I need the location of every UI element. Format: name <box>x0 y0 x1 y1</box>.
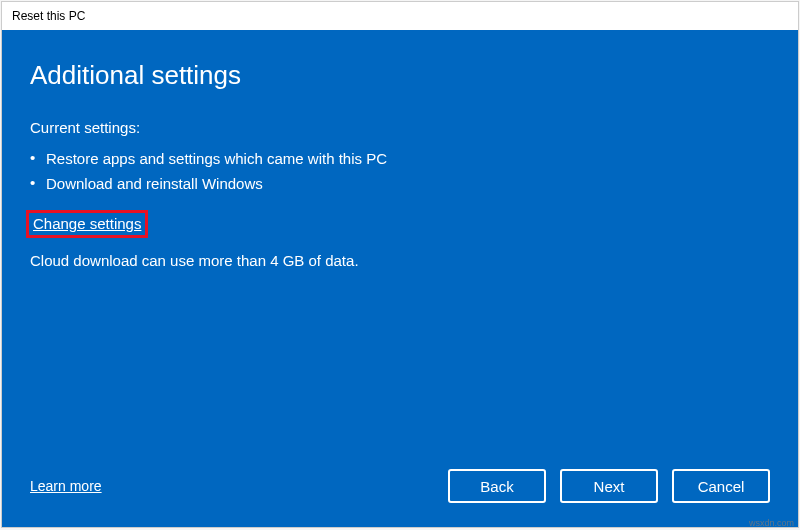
change-settings-link[interactable]: Change settings <box>33 215 141 232</box>
current-settings-list: Restore apps and settings which came wit… <box>30 146 770 196</box>
button-row: Back Next Cancel <box>448 469 770 503</box>
annotation-highlight: Change settings <box>26 210 148 238</box>
footer: Learn more Back Next Cancel <box>30 459 770 507</box>
reset-pc-window: Reset this PC Additional settings Curren… <box>1 1 799 528</box>
learn-more-link[interactable]: Learn more <box>30 478 102 494</box>
cancel-button[interactable]: Cancel <box>672 469 770 503</box>
window-titlebar[interactable]: Reset this PC <box>2 2 798 30</box>
current-settings-label: Current settings: <box>30 119 770 136</box>
watermark-text: wsxdn.com <box>749 518 794 528</box>
settings-item: Download and reinstall Windows <box>30 171 770 196</box>
change-settings-container: Change settings <box>30 210 770 238</box>
next-button[interactable]: Next <box>560 469 658 503</box>
window-title: Reset this PC <box>12 9 85 23</box>
content-area: Additional settings Current settings: Re… <box>2 30 798 527</box>
page-heading: Additional settings <box>30 60 770 91</box>
settings-item: Restore apps and settings which came wit… <box>30 146 770 171</box>
cloud-download-note: Cloud download can use more than 4 GB of… <box>30 252 770 269</box>
back-button[interactable]: Back <box>448 469 546 503</box>
